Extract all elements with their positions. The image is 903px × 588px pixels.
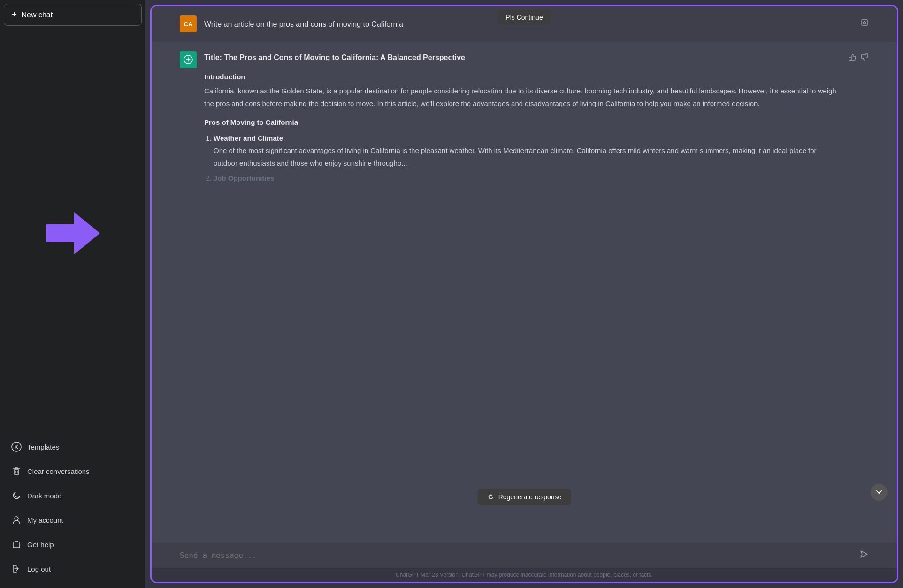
pros-item-1-title: Weather and Climate [214,134,283,142]
list-item: Job Opportunities [214,172,841,184]
sidebar-item-templates[interactable]: K Templates [4,435,142,458]
scroll-to-bottom-button[interactable] [871,484,888,501]
moon-icon [11,490,22,501]
plus-icon: + [12,10,17,20]
send-icon[interactable] [859,550,869,561]
pros-list: Weather and Climate One of the most sign… [204,132,841,184]
continue-button[interactable]: Pls Continue [498,10,550,25]
sidebar-item-dark-mode[interactable]: Dark mode [4,484,142,507]
footer-disclaimer: ChatGPT Mar 23 Version. ChatGPT may prod… [152,568,897,582]
pros-item-2-title: Job Opportunities [214,174,274,182]
templates-icon: K [11,442,22,452]
help-icon [11,539,22,550]
svg-point-5 [15,517,18,520]
clear-conversations-label: Clear conversations [27,467,90,475]
ai-title: Title: The Pros and Cons of Moving to Ca… [204,51,841,64]
sidebar-item-log-out[interactable]: Log out [4,557,142,580]
sidebar-item-clear-conversations[interactable]: Clear conversations [4,459,142,483]
regenerate-button[interactable]: Regenerate response [478,489,571,505]
feedback-icons [848,53,869,64]
svg-text:K: K [15,444,19,451]
message-input[interactable] [180,551,859,560]
main-content: Pls Continue CA Write an article on the … [145,0,903,588]
logout-icon [11,564,22,574]
svg-rect-6 [862,20,867,25]
regenerate-label: Regenerate response [498,493,562,501]
introduction-heading: Introduction [204,71,841,83]
templates-label: Templates [27,443,59,451]
log-out-label: Log out [27,565,51,573]
thumbs-down-icon[interactable] [860,53,869,64]
ai-avatar [180,51,197,68]
sidebar: + New chat K Templates [0,0,145,588]
new-chat-label: New chat [22,11,53,19]
my-account-label: My account [27,516,63,524]
new-chat-button[interactable]: + New chat [4,4,142,26]
intro-paragraph: California, known as the Golden State, i… [204,85,841,110]
arrow-pointer [4,31,142,435]
person-icon [11,515,22,525]
footer-text: ChatGPT Mar 23 Version. ChatGPT may prod… [396,572,653,578]
sidebar-nav: K Templates Clear conversations [4,435,142,584]
ai-content: Title: The Pros and Cons of Moving to Ca… [204,51,841,187]
get-help-label: Get help [27,541,54,549]
sidebar-item-get-help[interactable]: Get help [4,533,142,556]
pros-item-1-text: One of the most significant advantages o… [214,146,817,167]
list-item: Weather and Climate One of the most sign… [214,132,841,169]
edit-icon[interactable] [860,18,869,29]
svg-rect-2 [14,470,19,474]
user-avatar: CA [180,15,197,32]
thumbs-up-icon[interactable] [848,53,857,64]
sidebar-item-my-account[interactable]: My account [4,508,142,532]
pros-heading: Pros of Moving to California [204,116,841,129]
dark-mode-label: Dark mode [27,492,61,500]
trash-icon [11,466,22,476]
ai-message-row: Title: The Pros and Cons of Moving to Ca… [152,42,897,543]
chat-container: Pls Continue CA Write an article on the … [150,5,898,583]
input-area [152,543,897,568]
